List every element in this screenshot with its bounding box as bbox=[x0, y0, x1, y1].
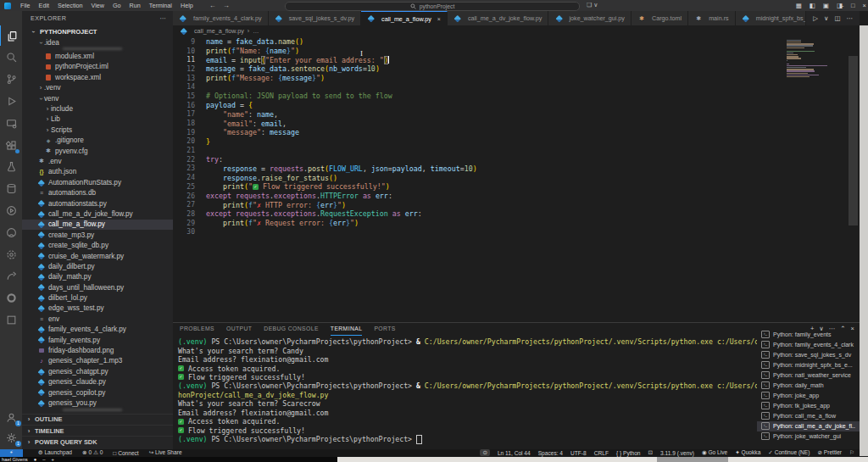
menu-view[interactable]: View bbox=[87, 2, 108, 9]
explorer-more-icon[interactable]: ⋯ bbox=[159, 14, 166, 22]
forward-icon[interactable]: → bbox=[223, 2, 230, 9]
section-power-query-sdk[interactable]: ›POWER QUERY SDK bbox=[22, 436, 173, 447]
status-encoding[interactable]: UTF-8 bbox=[570, 450, 587, 456]
back-icon[interactable]: ← bbox=[209, 2, 216, 9]
extensions-icon[interactable] bbox=[0, 135, 22, 155]
tree-item--idea[interactable]: ›.idea bbox=[22, 37, 173, 47]
panel-tab-problems[interactable]: PROBLEMS bbox=[180, 326, 214, 336]
tab-joke-watcher-gui-py[interactable]: joke_watcher_gui.py bbox=[548, 11, 632, 25]
tab-call-me-a-flow-py[interactable]: call_me_a_flow.py× bbox=[361, 11, 448, 25]
tree-item-genesis-you-py[interactable]: genesis_you.py bbox=[22, 398, 173, 408]
more-actions-icon[interactable]: ⋯ bbox=[847, 14, 854, 22]
terminal-instance-10[interactable]: ›_Python: joke_watcher_gui bbox=[757, 431, 860, 442]
zoom-in-button[interactable]: + bbox=[51, 457, 53, 462]
tree-item-workspace-xml[interactable]: workspace.xml bbox=[22, 72, 173, 82]
status-copilot[interactable]: ⊡ bbox=[648, 449, 654, 456]
tree-item-genesis-copilot-py[interactable]: genesis_copilot.py bbox=[22, 387, 173, 398]
tab-call-me-a-dv-joke-flow-py[interactable]: call_me_a_dv_joke_flow.py bbox=[448, 11, 549, 25]
tree-item-scripts[interactable]: ›Scripts bbox=[22, 125, 173, 135]
panel-tab-terminal[interactable]: TERMINAL bbox=[331, 326, 363, 336]
menu-go[interactable]: Go bbox=[108, 2, 125, 9]
status-python-interpreter[interactable]: 3.11.9 (.venv) bbox=[660, 450, 694, 456]
terminal-instance-8[interactable]: ›_Python: call_me_a_flow bbox=[757, 411, 860, 421]
layout-icon-1[interactable]: ◧ bbox=[810, 2, 815, 9]
terminal-instance-6[interactable]: ›_Python: joke_app bbox=[757, 391, 860, 401]
tree-item-call-me-a-dv-joke-flow-py[interactable]: call_me_a_dv_joke_flow.py bbox=[22, 209, 173, 219]
status-prettier[interactable]: ⊘ Prettier bbox=[817, 449, 842, 456]
menu-terminal[interactable]: Terminal bbox=[145, 2, 176, 9]
editor-scrollbar[interactable] bbox=[849, 56, 858, 225]
terminal-instance-3[interactable]: ›_Python: midnight_spfx_bs_e... bbox=[757, 359, 860, 370]
ring-icon[interactable] bbox=[0, 288, 22, 309]
status-indentation[interactable]: Spaces: 4 bbox=[538, 450, 563, 456]
tree-item-days-until-halloween-py[interactable]: days_until_halloween.py bbox=[22, 282, 173, 292]
terminal-instance-7[interactable]: ›_Python: tk_jokes_app bbox=[757, 401, 860, 411]
tree-item-genesis-chapter-1-mp3[interactable]: ♪genesis_chapter_1.mp3 bbox=[22, 356, 173, 366]
tree-item-family-events-py[interactable]: family_events.py bbox=[22, 335, 173, 345]
tree-item-venv[interactable]: ›venv bbox=[22, 93, 173, 103]
section-outline[interactable]: ›OUTLINE bbox=[22, 414, 173, 425]
run-dropdown-icon[interactable]: ∨ bbox=[824, 14, 829, 22]
status-quokka[interactable]: ✦ Quokka bbox=[735, 449, 760, 456]
menu-file[interactable]: File bbox=[16, 2, 35, 9]
status-zoom-indicator[interactable]: ⊙ bbox=[480, 449, 490, 456]
layout-icon-0[interactable]: ▦ bbox=[796, 2, 802, 9]
tree-item-automationrunstats-py[interactable]: AutomationRunStats.py bbox=[22, 177, 173, 187]
close-panel-icon[interactable]: × bbox=[851, 325, 854, 332]
minimize-button[interactable]: – bbox=[840, 2, 843, 9]
terminal-instance-9[interactable]: ›_Python: call_me_a_dv_joke_fl.. bbox=[757, 421, 860, 431]
source-control-icon[interactable] bbox=[0, 70, 22, 90]
project-root-folder[interactable]: › PYTHONPROJECT bbox=[22, 28, 173, 36]
tree-item-daily-math-py[interactable]: daily_math.py bbox=[22, 272, 173, 282]
tree-item-edge-wss-test-py[interactable]: edge_wss_test.py bbox=[22, 303, 173, 314]
minimap[interactable] bbox=[787, 40, 843, 80]
breadcrumb[interactable]: call_me_a_flow.py › … bbox=[173, 25, 846, 36]
panel-tab-output[interactable]: OUTPUT bbox=[226, 326, 252, 336]
square-tool-icon[interactable] bbox=[0, 309, 22, 330]
terminal-instance-5[interactable]: ›_Python: daily_math bbox=[757, 380, 860, 390]
database-icon[interactable] bbox=[0, 179, 22, 199]
tab-midnight-spfx-bs-email[interactable]: midnight_spfx_bs_email bbox=[736, 11, 806, 25]
account-icon[interactable]: 1 bbox=[0, 407, 22, 427]
tree-item-friday-dashboard-png[interactable]: friday-dashboard.png bbox=[22, 345, 173, 355]
run-debug-icon[interactable] bbox=[0, 91, 22, 111]
tree-item-automationstats-py[interactable]: automationstats.py bbox=[22, 198, 173, 209]
menu-selection[interactable]: Selection bbox=[53, 2, 87, 9]
tree-item--venv[interactable]: ›.venv bbox=[22, 83, 173, 93]
maximize-panel-icon[interactable]: ⌃ bbox=[840, 325, 845, 332]
github-icon[interactable] bbox=[0, 222, 22, 242]
settings-gear-icon[interactable]: 1 bbox=[0, 427, 22, 448]
tree-item-dilbert-lol-py[interactable]: dilbert_lol.py bbox=[22, 292, 173, 303]
search-icon[interactable] bbox=[0, 47, 22, 68]
status-notifications[interactable]: ⚐ bbox=[849, 449, 854, 456]
new-window-icon[interactable]: ❏ ∨ bbox=[587, 2, 598, 8]
panel-tab-debug-console[interactable]: DEBUG CONSOLE bbox=[264, 326, 319, 336]
tree-item-pyvenv-cfg[interactable]: ✱pyvenv.cfg bbox=[22, 146, 173, 156]
close-icon[interactable]: × bbox=[437, 16, 441, 22]
terminal-instance-2[interactable]: ›_Python: save_sql_jokes_s_dv bbox=[757, 349, 860, 359]
status-eol[interactable]: CRLF bbox=[594, 450, 609, 456]
tree-item-call-me-a-flow-py[interactable]: call_me_a_flow.py bbox=[22, 220, 173, 230]
tree-item-env[interactable]: ≡env bbox=[22, 314, 173, 324]
status-problems[interactable]: ⊗ 0 ⚠ 0 bbox=[82, 449, 103, 456]
menu-run[interactable]: Run bbox=[125, 2, 145, 9]
split-editor-icon[interactable]: ◫ bbox=[834, 14, 840, 22]
tab-family-events-4-clark-py[interactable]: family_events_4_clark.py bbox=[173, 11, 269, 25]
panel-tab-ports[interactable]: PORTS bbox=[374, 326, 395, 336]
tab-save-sql-jokes-s-dv-py[interactable]: save_sql_jokes_s_dv.py bbox=[269, 11, 361, 25]
menu-edit[interactable]: Edit bbox=[35, 2, 53, 9]
terminal-instance-1[interactable]: ›_Python: family_events_4_clark bbox=[757, 339, 860, 349]
terminal-instance-4[interactable]: ›_Python: natl_weather_service bbox=[757, 370, 860, 380]
layout-icon-2[interactable]: ▣ bbox=[823, 2, 829, 9]
live-preview-icon[interactable] bbox=[0, 200, 22, 220]
status-continue-ext[interactable]: ✓ Continue (NE) bbox=[768, 449, 810, 456]
status-connect[interactable]: □ Connect bbox=[113, 450, 138, 456]
sprocket-icon[interactable] bbox=[0, 244, 22, 264]
tree-item-create-sqlite-db-py[interactable]: create_sqlite_db.py bbox=[22, 240, 173, 250]
tree-item-genesis-claude-py[interactable]: genesis_claude.py bbox=[22, 377, 173, 387]
status-launchpad[interactable]: ⚙ Launchpad bbox=[38, 449, 72, 456]
tree-item-cruise-de-watermark-py[interactable]: cruise_de_watermark.py bbox=[22, 251, 173, 261]
tree-item-family-events-4-clark-py[interactable]: family_events_4_clark.py bbox=[22, 325, 173, 335]
menu-help[interactable]: Help bbox=[176, 2, 198, 9]
tree-item-genesis-chatgpt-py[interactable]: genesis_chatgpt.py bbox=[22, 366, 173, 376]
